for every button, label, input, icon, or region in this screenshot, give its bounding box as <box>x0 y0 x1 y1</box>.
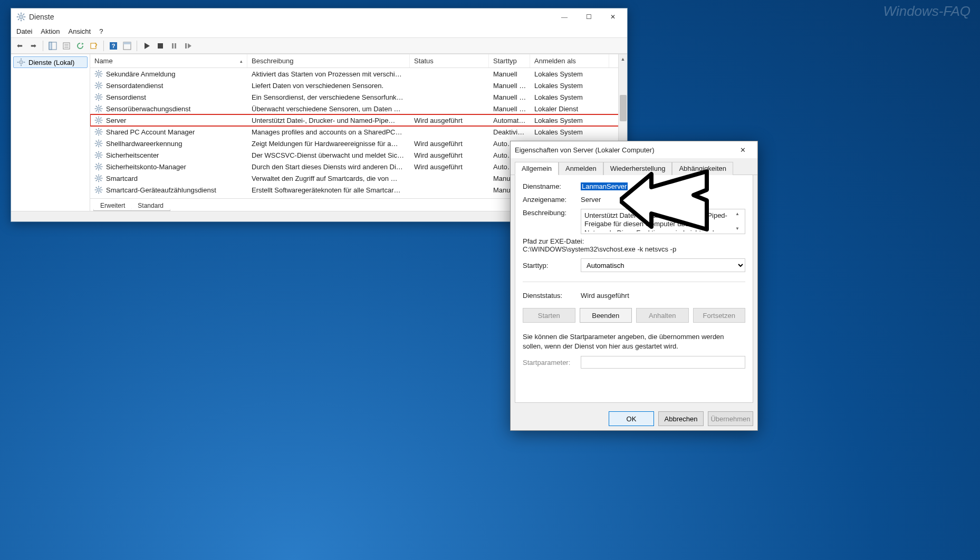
service-row[interactable]: SensorüberwachungsdienstÜberwacht versch… <box>90 103 627 114</box>
gear-icon <box>94 128 103 136</box>
svg-marker-15 <box>82 43 84 45</box>
col-header-logon[interactable]: Anmelden als <box>530 54 609 67</box>
properties-dialog: Eigenschaften von Server (Lokaler Comput… <box>510 141 758 431</box>
svg-marker-26 <box>188 43 191 49</box>
scroll-up-icon[interactable]: ▲ <box>735 211 739 217</box>
filter-button[interactable] <box>121 40 133 52</box>
tab-standard[interactable]: Standard <box>131 201 170 211</box>
description-scrollbar[interactable]: ▲▼ <box>733 211 742 231</box>
svg-text:?: ? <box>112 43 116 49</box>
col-header-name[interactable]: Name▴ <box>90 54 247 67</box>
window-title: Dienste <box>29 13 552 21</box>
svg-line-47 <box>100 87 101 88</box>
service-row[interactable]: SensordienstEin Sensordienst, der versch… <box>90 91 627 103</box>
scroll-down-icon[interactable]: ▼ <box>735 226 739 231</box>
cell-logon: Lokales System <box>530 126 609 138</box>
service-row[interactable]: SensordatendienstLiefert Daten von versc… <box>90 80 627 91</box>
cell-logon: Lokaler Dienst <box>530 103 609 114</box>
tab-dependencies[interactable]: Abhängigkeiten <box>672 162 733 175</box>
cell-description: Ein Sensordienst, der verschiedene Senso… <box>247 91 410 103</box>
cell-description: Zeigt Meldungen für Hardwareereignisse f… <box>247 138 410 149</box>
svg-line-92 <box>100 145 101 146</box>
start-params-input <box>581 356 745 369</box>
start-params-hint: Sie können die Startparameter angeben, d… <box>523 332 745 351</box>
svg-line-128 <box>100 191 101 192</box>
help-button[interactable]: ? <box>107 40 120 52</box>
menu-help[interactable]: ? <box>99 27 103 35</box>
menu-file[interactable]: Datei <box>16 27 32 35</box>
col-header-startup[interactable]: Starttyp <box>489 54 530 67</box>
cell-name: Shared PC Account Manager <box>106 128 195 136</box>
menu-action[interactable]: Aktion <box>41 27 60 35</box>
toolbar: ⬅ ➡ ? <box>11 38 627 54</box>
cell-description: Durch den Start dieses Diensts wird ande… <box>247 161 410 172</box>
cell-status <box>410 80 489 91</box>
stop-button[interactable]: Beenden <box>580 308 632 323</box>
svg-line-66 <box>100 106 101 107</box>
cell-description: Verwaltet den Zugriff auf Smartcards, di… <box>247 172 410 184</box>
start-type-select[interactable]: Automatisch <box>581 258 745 272</box>
svg-line-82 <box>96 129 97 130</box>
start-service-button[interactable] <box>140 40 153 52</box>
scroll-thumb[interactable] <box>620 95 627 121</box>
cell-name: Server <box>106 117 126 124</box>
forward-button[interactable]: ➡ <box>27 40 40 52</box>
cell-status: Wird ausgeführt <box>410 138 489 149</box>
svg-line-110 <box>100 168 101 169</box>
col-header-status[interactable]: Status <box>410 54 489 67</box>
export-button[interactable] <box>88 40 100 52</box>
svg-line-127 <box>96 187 97 188</box>
svg-line-38 <box>100 75 101 76</box>
properties-tabs: Allgemein Anmelden Wiederherstellung Abh… <box>511 158 757 175</box>
tab-extended[interactable]: Erweitert <box>93 201 132 211</box>
cell-status <box>410 126 489 138</box>
description-box[interactable]: Unterstützt Datei-, Drucker- und Named-P… <box>581 209 745 234</box>
cell-status <box>410 184 489 196</box>
service-row[interactable]: ServerUnterstützt Datei-, Drucker- und N… <box>90 114 627 126</box>
properties-titlebar[interactable]: Eigenschaften von Server (Lokaler Comput… <box>511 141 757 158</box>
svg-point-41 <box>97 84 101 88</box>
cell-status: Wird ausgeführt <box>410 149 489 161</box>
properties-button[interactable] <box>60 40 73 52</box>
service-row[interactable]: Shared PC Account ManagerManages profile… <box>90 126 627 138</box>
maximize-button[interactable]: ☐ <box>577 9 601 25</box>
svg-line-67 <box>96 110 97 111</box>
svg-line-103 <box>96 157 97 158</box>
col-header-description[interactable]: Beschreibung <box>247 54 410 67</box>
refresh-button[interactable] <box>74 40 87 52</box>
svg-line-64 <box>96 106 97 107</box>
tab-recovery[interactable]: Wiederherstellung <box>603 162 672 175</box>
svg-point-122 <box>97 188 101 192</box>
cell-name: Smartcard <box>106 175 138 182</box>
minimize-button[interactable]: — <box>552 9 577 25</box>
svg-line-40 <box>96 75 97 76</box>
svg-line-118 <box>96 176 97 177</box>
cell-status <box>410 172 489 184</box>
close-button[interactable]: ✕ <box>732 142 753 157</box>
service-row[interactable]: Sekundäre AnmeldungAktiviert das Starten… <box>90 68 627 80</box>
gear-icon <box>94 139 103 148</box>
services-titlebar[interactable]: Dienste — ☐ ✕ <box>11 8 627 25</box>
cell-logon: Lokales System <box>530 91 609 103</box>
tab-logon[interactable]: Anmelden <box>559 162 603 175</box>
back-button[interactable]: ⬅ <box>13 40 26 52</box>
menu-view[interactable]: Ansicht <box>69 27 91 35</box>
cancel-button[interactable]: Abbrechen <box>658 411 704 426</box>
svg-line-85 <box>96 133 97 134</box>
value-service-name[interactable]: LanmanServer <box>581 182 628 190</box>
stop-service-button[interactable] <box>154 40 167 52</box>
svg-line-55 <box>96 94 97 95</box>
ok-button[interactable]: OK <box>609 411 654 426</box>
show-hide-tree-button[interactable] <box>46 40 59 52</box>
tab-general[interactable]: Allgemein <box>515 162 559 175</box>
label-description: Beschreibung: <box>523 209 581 217</box>
tree-item-services-local[interactable]: Dienste (Lokal) <box>13 56 88 68</box>
close-button[interactable]: ✕ <box>601 9 625 25</box>
svg-point-104 <box>97 165 101 169</box>
restart-service-button[interactable] <box>181 40 194 52</box>
cell-name: Shellhardwareerkennung <box>106 140 182 148</box>
cell-status <box>410 68 489 80</box>
scroll-up-icon[interactable]: ▲ <box>619 54 627 63</box>
pause-service-button[interactable] <box>168 40 180 52</box>
svg-point-86 <box>97 142 101 146</box>
